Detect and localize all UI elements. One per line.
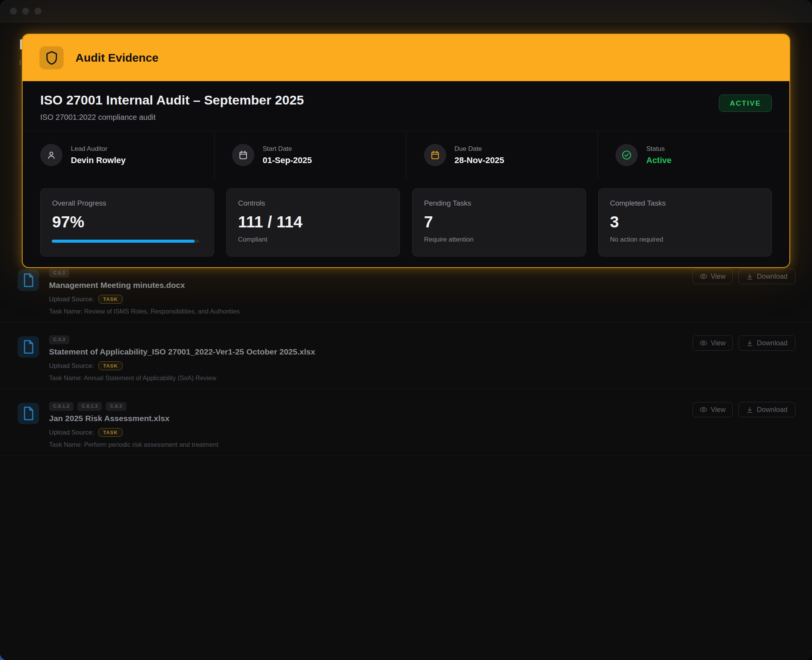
source-badge: TASK xyxy=(98,295,122,304)
dialog-header: Audit Evidence xyxy=(23,34,789,81)
eye-icon xyxy=(700,274,707,279)
task-name: Task Name: Annual Statement of Applicabi… xyxy=(49,374,598,382)
upload-source-label: Upload Source: xyxy=(49,296,94,303)
download-button[interactable]: Download xyxy=(738,269,796,284)
view-button[interactable]: View xyxy=(692,269,733,284)
evidence-row: C.4.3 Statement of Applicability_ISO 270… xyxy=(0,322,812,389)
evidence-filename: Jan 2025 Risk Assessment.xlsx xyxy=(49,414,598,423)
controls-card: Controls 111 / 114 Compliant xyxy=(226,188,400,256)
control-tag: C.6.1.3 xyxy=(77,402,102,411)
source-badge: TASK xyxy=(98,428,122,437)
audit-title-section: ISO 27001 Internal Audit – September 202… xyxy=(23,81,789,131)
audit-meta-row: Lead Auditor Devin Rowley Start Date 01-… xyxy=(23,131,789,179)
download-icon xyxy=(747,340,753,346)
start-date-field: Start Date 01-Sep-2025 xyxy=(214,131,406,179)
control-tag: C.5.3 xyxy=(49,269,69,278)
due-date-field: Due Date 28-Nov-2025 xyxy=(406,131,598,179)
window-minimize-button[interactable] xyxy=(22,8,29,15)
control-tag: C.8.3 xyxy=(106,402,126,411)
evidence-filename: Statement of Applicability_ISO 27001_202… xyxy=(49,347,598,356)
source-badge: TASK xyxy=(98,361,122,370)
stats-row: Overall Progress 97% Controls 111 / 114 … xyxy=(40,188,772,256)
audit-evidence-dialog: Audit Evidence ISO 27001 Internal Audit … xyxy=(22,34,790,268)
evidence-row: C.6.1.2 C.6.1.3 C.8.3 Jan 2025 Risk Asse… xyxy=(0,389,812,456)
control-tag: C.6.1.2 xyxy=(49,402,74,411)
file-icon xyxy=(18,336,39,358)
lead-auditor-field: Lead Auditor Devin Rowley xyxy=(23,131,214,179)
file-icon xyxy=(18,403,39,424)
user-icon xyxy=(40,144,62,166)
view-button[interactable]: View xyxy=(692,402,733,417)
window-titlebar xyxy=(0,0,812,22)
eye-icon xyxy=(700,407,707,412)
calendar-icon xyxy=(424,144,446,166)
evidence-filename: Management Meeting minutes.docx xyxy=(49,281,598,290)
download-icon xyxy=(747,273,753,280)
window-maximize-button[interactable] xyxy=(34,8,41,15)
status-badge: ACTIVE xyxy=(719,95,772,112)
audit-title: ISO 27001 Internal Audit – September 202… xyxy=(40,93,772,108)
download-button[interactable]: Download xyxy=(738,335,796,351)
shield-icon xyxy=(39,46,64,69)
task-name: Task Name: Review of ISMS Roles, Respons… xyxy=(49,308,598,315)
view-button[interactable]: View xyxy=(692,335,733,351)
eye-icon xyxy=(700,340,707,346)
progress-bar xyxy=(52,240,199,243)
file-icon xyxy=(18,270,39,291)
check-circle-icon xyxy=(616,144,638,166)
overall-progress-card: Overall Progress 97% xyxy=(40,188,214,256)
pending-tasks-card: Pending Tasks 7 Require attention xyxy=(412,188,586,256)
app-window: ISO 27001 Internal Audit – September 202… xyxy=(0,0,812,660)
control-tag: C.4.3 xyxy=(49,335,69,344)
completed-tasks-card: Completed Tasks 3 No action required xyxy=(598,188,772,256)
task-name: Task Name: Perform periodic risk assessm… xyxy=(49,441,598,448)
progress-fill xyxy=(52,240,195,243)
upload-source-label: Upload Source: xyxy=(49,362,94,370)
evidence-list: C.5.3 Management Meeting minutes.docx Up… xyxy=(0,256,812,456)
status-field: Status Active xyxy=(598,131,789,179)
download-button[interactable]: Download xyxy=(738,402,796,417)
audit-subtitle: ISO 27001:2022 compliance audit xyxy=(40,113,772,122)
upload-source-label: Upload Source: xyxy=(49,429,94,436)
calendar-icon xyxy=(232,144,254,166)
window-close-button[interactable] xyxy=(10,8,17,15)
dialog-title: Audit Evidence xyxy=(75,51,159,64)
download-icon xyxy=(747,407,753,413)
